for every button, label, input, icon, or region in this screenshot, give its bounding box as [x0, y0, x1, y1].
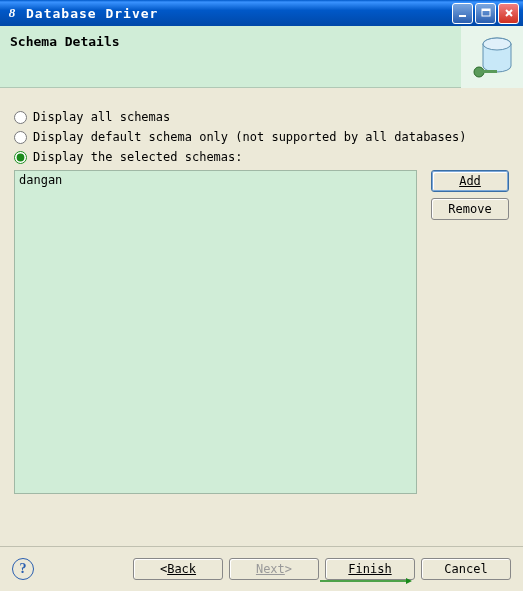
- svg-rect-2: [482, 9, 490, 11]
- option-default-label: Display default schema only (not support…: [33, 130, 466, 144]
- wizard-footer: ? < Back Next > Finish Cancel: [0, 546, 523, 591]
- next-button: Next >: [229, 558, 319, 580]
- option-all-label: Display all schemas: [33, 110, 170, 124]
- svg-point-7: [474, 67, 484, 77]
- window-controls: [452, 3, 519, 24]
- close-button[interactable]: [498, 3, 519, 24]
- minimize-button[interactable]: [452, 3, 473, 24]
- radio-default[interactable]: [14, 131, 27, 144]
- help-icon[interactable]: ?: [12, 558, 34, 580]
- add-button[interactable]: Add: [431, 170, 509, 192]
- finish-button[interactable]: Finish: [325, 558, 415, 580]
- schema-selection-area: dangan Add Remove: [14, 170, 509, 494]
- radio-selected[interactable]: [14, 151, 27, 164]
- svg-point-6: [483, 38, 511, 50]
- schema-list[interactable]: dangan: [14, 170, 417, 494]
- cancel-button[interactable]: Cancel: [421, 558, 511, 580]
- footer-buttons: < Back Next > Finish Cancel: [133, 558, 511, 580]
- schema-buttons: Add Remove: [431, 170, 509, 220]
- app-icon: 8: [4, 5, 20, 21]
- option-default-schema[interactable]: Display default schema only (not support…: [14, 130, 509, 144]
- maximize-button[interactable]: [475, 3, 496, 24]
- titlebar: 8 Database Driver: [0, 0, 523, 26]
- window-title: Database Driver: [26, 6, 452, 21]
- list-item[interactable]: dangan: [19, 173, 412, 187]
- option-selected-label: Display the selected schemas:: [33, 150, 243, 164]
- back-button[interactable]: < Back: [133, 558, 223, 580]
- svg-rect-0: [459, 15, 466, 17]
- wizard-header: Schema Details: [0, 26, 523, 88]
- svg-rect-8: [483, 70, 497, 73]
- radio-all[interactable]: [14, 111, 27, 124]
- remove-button[interactable]: Remove: [431, 198, 509, 220]
- content-area: Display all schemas Display default sche…: [0, 88, 523, 504]
- database-icon: [461, 26, 523, 88]
- page-title: Schema Details: [10, 34, 120, 49]
- schema-options-group: Display all schemas Display default sche…: [14, 110, 509, 164]
- option-selected-schemas[interactable]: Display the selected schemas:: [14, 150, 509, 164]
- option-all-schemas[interactable]: Display all schemas: [14, 110, 509, 124]
